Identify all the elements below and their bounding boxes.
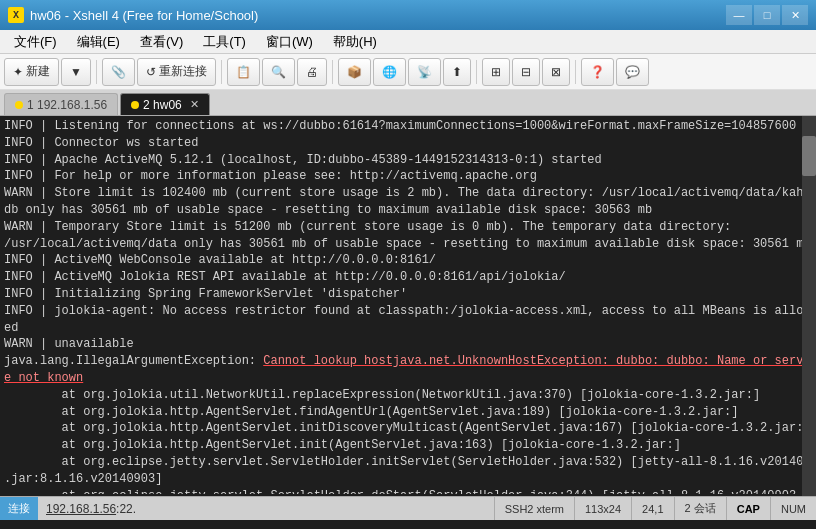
status-port: :22. (116, 502, 136, 516)
sessions-text: 2 会话 (685, 501, 716, 516)
status-ip: 192.168.1.56 :22. (38, 502, 494, 516)
sep3 (332, 60, 333, 84)
position: 24,1 (631, 497, 673, 520)
menu-view[interactable]: 查看(V) (130, 31, 193, 53)
line-17b: .jar:8.1.16.v20140903] (4, 471, 812, 488)
line-12b: e not known (4, 370, 812, 387)
window-title: hw06 - Xshell 4 (Free for Home/School) (30, 8, 726, 23)
sep2 (221, 60, 222, 84)
reconnect-icon: ↺ (146, 65, 156, 79)
maximize-button[interactable]: □ (754, 5, 780, 25)
toolbar-btn8[interactable]: ⬆ (443, 58, 471, 86)
tab-bar: 1 192.168.1.56 2 hw06 ✕ (0, 90, 816, 116)
menu-help[interactable]: 帮助(H) (323, 31, 387, 53)
line-9: INFO | Initializing Spring FrameworkServ… (4, 286, 812, 303)
status-bar: 连接 192.168.1.56 :22. SSH2 xterm 113x24 2… (0, 496, 816, 520)
menu-bar: 文件(F) 编辑(E) 查看(V) 工具(T) 窗口(W) 帮助(H) (0, 30, 816, 54)
cap-text: CAP (737, 503, 760, 515)
toolbar-btn5[interactable]: 📦 (338, 58, 371, 86)
line-5: WARN | Store limit is 102400 mb (current… (4, 185, 812, 202)
toolbar-btn3[interactable]: 🔍 (262, 58, 295, 86)
new-session-button[interactable]: ✦ 新建 (4, 58, 59, 86)
line-8: INFO | ActiveMQ Jolokia REST API availab… (4, 269, 812, 286)
line-10b: ed (4, 320, 812, 337)
line-12: java.lang.IllegalArgumentException: Cann… (4, 353, 812, 370)
session-type-text: SSH2 xterm (505, 503, 564, 515)
session-type: SSH2 xterm (494, 497, 574, 520)
scrollbar-track[interactable] (802, 116, 816, 496)
minimize-button[interactable]: — (726, 5, 752, 25)
line-6b: /usr/local/activemq/data only has 30561 … (4, 236, 812, 253)
tab-2-label: 2 hw06 (143, 98, 182, 112)
toolbar-btn4[interactable]: 🖨 (297, 58, 327, 86)
line-5b: db only has 30561 mb of usable space - r… (4, 202, 812, 219)
line-17: at org.eclipse.jetty.servlet.ServletHold… (4, 454, 812, 471)
menu-window[interactable]: 窗口(W) (256, 31, 323, 53)
sep1 (96, 60, 97, 84)
line-4: INFO | For help or more information plea… (4, 168, 812, 185)
line-6: WARN | Temporary Store limit is 51200 mb… (4, 219, 812, 236)
new-label: 新建 (26, 63, 50, 80)
terminal[interactable]: INFO | Listening for connections at ws:/… (0, 116, 816, 496)
connected-label: 连接 (8, 501, 30, 516)
line-1: INFO | Listening for connections at ws:/… (4, 118, 812, 135)
toolbar-btn2[interactable]: 📋 (227, 58, 260, 86)
line-15: at org.jolokia.http.AgentServlet.initDis… (4, 420, 812, 437)
toolbar: ✦ 新建 ▼ 📎 ↺ 重新连接 📋 🔍 🖨 📦 🌐 📡 ⬆ ⊞ ⊟ ⊠ ❓ 💬 (0, 54, 816, 90)
title-bar: X hw06 - Xshell 4 (Free for Home/School)… (0, 0, 816, 30)
sessions-count: 2 会话 (674, 497, 726, 520)
window-controls: — □ ✕ (726, 5, 808, 25)
tab-dot-1 (15, 101, 23, 109)
line-11: WARN | unavailable (4, 336, 812, 353)
toolbar-icon-btn1[interactable]: 📎 (102, 58, 135, 86)
num-indicator: NUM (770, 497, 816, 520)
sep4 (476, 60, 477, 84)
scrollbar-thumb[interactable] (802, 136, 816, 176)
toolbar-btn10[interactable]: ⊟ (512, 58, 540, 86)
reconnect-button[interactable]: ↺ 重新连接 (137, 58, 216, 86)
line-10: INFO | jolokia-agent: No access restrict… (4, 303, 812, 320)
menu-tools[interactable]: 工具(T) (193, 31, 256, 53)
toolbar-btn11[interactable]: ⊠ (542, 58, 570, 86)
tab-2-close[interactable]: ✕ (190, 98, 199, 111)
help-button[interactable]: ❓ (581, 58, 614, 86)
sep5 (575, 60, 576, 84)
line-2: INFO | Connector ws started (4, 135, 812, 152)
dimensions: 113x24 (574, 497, 631, 520)
position-text: 24,1 (642, 503, 663, 515)
status-right: SSH2 xterm 113x24 24,1 2 会话 CAP NUM (494, 497, 816, 520)
num-text: NUM (781, 503, 806, 515)
toolbar-btn7[interactable]: 📡 (408, 58, 441, 86)
tab-1[interactable]: 1 192.168.1.56 (4, 93, 118, 115)
cap-indicator: CAP (726, 497, 770, 520)
line-3: INFO | Apache ActiveMQ 5.12.1 (localhost… (4, 152, 812, 169)
line-13: at org.jolokia.util.NetworkUtil.replaceE… (4, 387, 812, 404)
dropdown-button[interactable]: ▼ (61, 58, 91, 86)
connection-status: 连接 (0, 497, 38, 520)
tab-1-label: 1 192.168.1.56 (27, 98, 107, 112)
chat-button[interactable]: 💬 (616, 58, 649, 86)
app-icon: X (8, 7, 24, 23)
line-14: at org.jolokia.http.AgentServlet.findAge… (4, 404, 812, 421)
tab-2[interactable]: 2 hw06 ✕ (120, 93, 210, 115)
toolbar-btn6[interactable]: 🌐 (373, 58, 406, 86)
toolbar-btn9[interactable]: ⊞ (482, 58, 510, 86)
terminal-content: INFO | Listening for connections at ws:/… (4, 118, 812, 494)
status-ip-text: 192.168.1.56 (46, 502, 116, 516)
reconnect-label: 重新连接 (159, 63, 207, 80)
tab-dot-2 (131, 101, 139, 109)
menu-edit[interactable]: 编辑(E) (67, 31, 130, 53)
close-button[interactable]: ✕ (782, 5, 808, 25)
line-18: at org.eclipse.jetty.servlet.ServletHold… (4, 488, 812, 494)
menu-file[interactable]: 文件(F) (4, 31, 67, 53)
new-icon: ✦ (13, 65, 23, 79)
dimensions-text: 113x24 (585, 503, 621, 515)
line-7: INFO | ActiveMQ WebConsole available at … (4, 252, 812, 269)
line-16: at org.jolokia.http.AgentServlet.init(Ag… (4, 437, 812, 454)
